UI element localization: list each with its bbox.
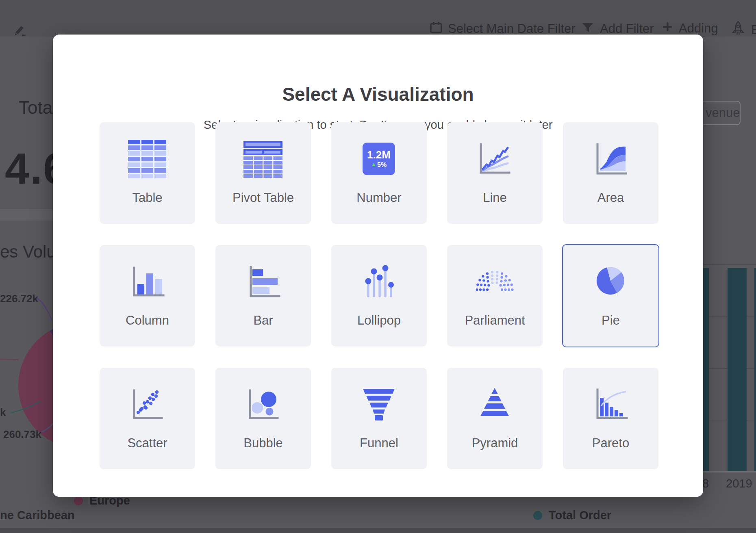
- viz-option-label: Funnel: [331, 436, 427, 451]
- viz-option-pyramid[interactable]: Pyramid: [447, 368, 543, 469]
- viz-option-label: Number: [331, 191, 427, 205]
- legend-label: ne Caribbean: [0, 509, 75, 522]
- edit-pencil-icon[interactable]: [13, 23, 27, 38]
- pivot-table-icon: [243, 139, 282, 178]
- plus-icon: [662, 21, 673, 36]
- bar-total-order: [754, 268, 756, 471]
- viz-option-column[interactable]: Column: [100, 245, 195, 347]
- svg-text:1.2M: 1.2M: [367, 149, 391, 161]
- pyramid-chart-icon: [475, 385, 514, 424]
- screen: Select Main Date Filter Add Filter Addin…: [0, 0, 756, 533]
- viz-option-bar[interactable]: Bar: [215, 245, 311, 347]
- viz-option-label: Column: [100, 313, 195, 328]
- select-visualization-modal: Select A Visualization Select a visualiz…: [53, 35, 703, 497]
- viz-option-label: Line: [447, 191, 543, 205]
- legend-item-total-order[interactable]: Total Order: [533, 509, 611, 522]
- funnel-chart-icon: [359, 385, 398, 424]
- legend-dot: [533, 511, 542, 520]
- main-date-filter-label: Select Main Date Filter: [448, 22, 576, 36]
- viz-option-line[interactable]: Line: [447, 122, 543, 224]
- viz-option-label: Bubble: [215, 436, 311, 451]
- pareto-chart-icon: [591, 385, 630, 424]
- legend-label: Total Order: [549, 509, 611, 522]
- viz-option-label: Pyramid: [447, 436, 543, 451]
- viz-option-scatter[interactable]: Scatter: [100, 368, 195, 469]
- viz-option-pivot-table[interactable]: Pivot Table: [215, 122, 311, 224]
- scatter-chart-icon: [128, 385, 167, 424]
- lollipop-chart-icon: [359, 262, 398, 301]
- viz-option-pareto[interactable]: Pareto: [563, 368, 658, 469]
- viz-option-label: Scatter: [100, 436, 195, 451]
- viz-option-pie[interactable]: Pie: [562, 244, 659, 347]
- viz-option-parliament[interactable]: Parliament: [447, 245, 543, 347]
- bar-total-order: [728, 268, 747, 471]
- column-chart-icon: [128, 262, 167, 301]
- rocket-icon: [731, 20, 745, 40]
- viz-option-label: Parliament: [447, 313, 543, 328]
- svg-text:5%: 5%: [377, 161, 387, 168]
- section-title: es Volu: [0, 242, 56, 262]
- viz-option-label: Bar: [215, 313, 311, 328]
- gridline: [702, 264, 756, 265]
- viz-option-bubble[interactable]: Bubble: [215, 368, 311, 469]
- add-filter-label: Add Filter: [600, 22, 654, 36]
- modal-title: Select A Visualization: [53, 83, 703, 105]
- pie-value-label: k: [0, 406, 6, 419]
- line-chart-icon: [475, 139, 514, 178]
- left-card-title: Tota: [19, 98, 52, 118]
- viz-option-area[interactable]: Area: [563, 122, 658, 224]
- bottom-strip: [0, 528, 756, 533]
- viz-option-number[interactable]: 1.2M 5% Number: [331, 122, 427, 224]
- pie-value-label: 226.72k: [0, 292, 38, 305]
- x-axis: [702, 471, 756, 472]
- x-tick-label: 8: [702, 477, 709, 490]
- bubble-chart-icon: [243, 385, 282, 424]
- viz-option-label: Pareto: [563, 436, 658, 451]
- bar-chart-icon: [243, 262, 282, 301]
- adding-button[interactable]: Adding: [662, 21, 718, 36]
- viz-option-label: Table: [100, 191, 195, 205]
- revenue-label: venue: [706, 106, 740, 120]
- viz-option-label: Pie: [563, 313, 658, 328]
- adding-label: Adding: [679, 21, 718, 36]
- pie-value-label: 260.73k: [3, 428, 41, 441]
- panel-divider: [0, 209, 54, 221]
- number-icon: 1.2M 5%: [359, 139, 398, 178]
- parliament-chart-icon: [475, 262, 514, 301]
- x-tick-label: 2019: [726, 477, 752, 490]
- viz-option-table[interactable]: Table: [100, 122, 195, 224]
- viz-option-label: Lollipop: [331, 313, 427, 328]
- viz-option-label: Pivot Table: [215, 191, 311, 205]
- boost-label: B: [751, 23, 756, 37]
- area-chart-icon: [591, 139, 630, 178]
- boost-button[interactable]: B: [731, 20, 756, 40]
- legend-item-caribbean[interactable]: ne Caribbean: [0, 509, 75, 522]
- pie-chart-icon: [591, 262, 630, 301]
- viz-option-lollipop[interactable]: Lollipop: [331, 245, 427, 347]
- legend-dot: [74, 496, 83, 505]
- viz-option-funnel[interactable]: Funnel: [331, 368, 427, 469]
- table-icon: [128, 139, 167, 178]
- viz-option-label: Area: [563, 191, 658, 205]
